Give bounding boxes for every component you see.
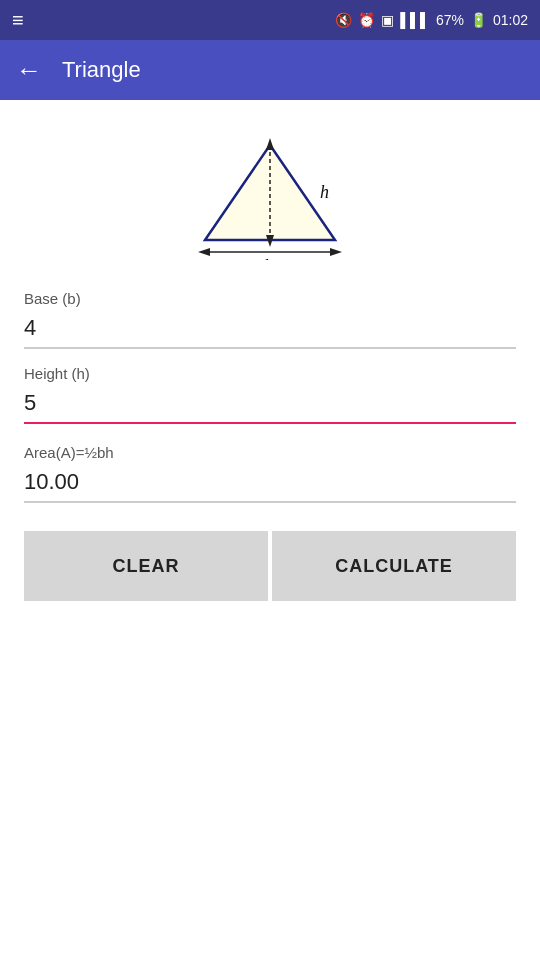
triangle-svg-image: h b bbox=[190, 130, 350, 260]
clock: 01:02 bbox=[493, 12, 528, 28]
status-bar: ≡ 🔇 ⏰ ▣ ▌▌▌ 67% 🔋 01:02 bbox=[0, 0, 540, 40]
triangle-diagram: h b bbox=[24, 130, 516, 260]
base-label: Base (b) bbox=[24, 290, 516, 307]
clear-button[interactable]: CLEAR bbox=[24, 531, 268, 601]
height-input[interactable] bbox=[24, 386, 516, 424]
mute-icon: 🔇 bbox=[335, 12, 352, 28]
alarm-icon: ⏰ bbox=[358, 12, 375, 28]
height-label: Height (h) bbox=[24, 365, 516, 382]
sim-icon: ▣ bbox=[381, 12, 394, 28]
base-input[interactable] bbox=[24, 311, 516, 349]
page-title: Triangle bbox=[62, 57, 141, 83]
svg-marker-2 bbox=[266, 138, 274, 150]
calculate-button[interactable]: CALCULATE bbox=[272, 531, 516, 601]
status-left: ≡ bbox=[12, 9, 24, 32]
back-button[interactable]: ← bbox=[16, 57, 42, 83]
height-field-group: Height (h) bbox=[24, 365, 516, 424]
area-field-group: Area(A)=½bh bbox=[24, 444, 516, 503]
svg-marker-6 bbox=[198, 248, 210, 256]
main-content: h b Base (b) Height (h) Area(A)=½bh CLEA… bbox=[0, 100, 540, 960]
buttons-row: CLEAR CALCULATE bbox=[24, 531, 516, 601]
signal-bars-icon: ▌▌▌ bbox=[400, 12, 430, 28]
base-field-group: Base (b) bbox=[24, 290, 516, 349]
app-bar: ← Triangle bbox=[0, 40, 540, 100]
svg-text:b: b bbox=[264, 256, 273, 260]
battery-level: 67% bbox=[436, 12, 464, 28]
area-result bbox=[24, 465, 516, 503]
area-label: Area(A)=½bh bbox=[24, 444, 516, 461]
status-right: 🔇 ⏰ ▣ ▌▌▌ 67% 🔋 01:02 bbox=[335, 12, 528, 28]
battery-icon: 🔋 bbox=[470, 12, 487, 28]
svg-text:h: h bbox=[320, 182, 329, 202]
hamburger-icon: ≡ bbox=[12, 9, 24, 32]
svg-marker-7 bbox=[330, 248, 342, 256]
